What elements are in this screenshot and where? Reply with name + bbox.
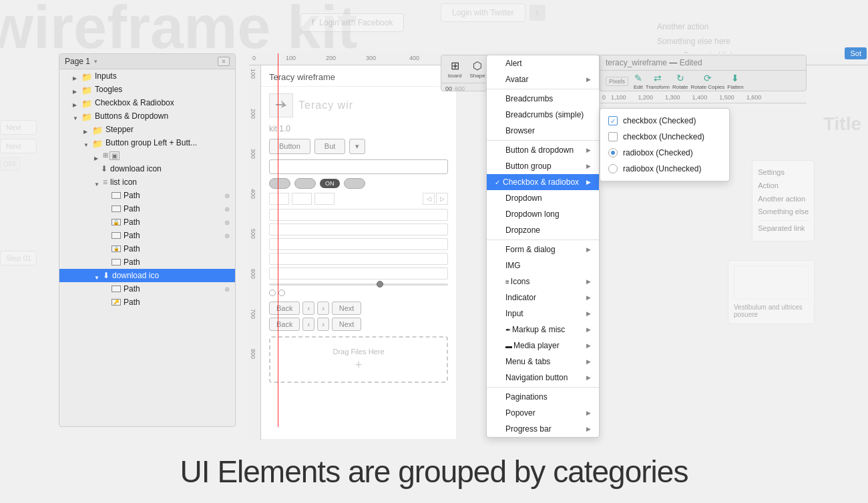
wf-input-line[interactable]	[269, 238, 448, 250]
sidebar-item-stepper[interactable]: 📁 Stepper	[59, 123, 235, 136]
sidebar-item-toggles[interactable]: 📁 Toogles	[59, 83, 235, 96]
wf-toggle-1[interactable]	[269, 178, 290, 189]
menu-arrow-icon: ▶	[586, 310, 591, 317]
wf-button-1[interactable]: Button	[269, 139, 310, 154]
props-flatten[interactable]: ⬇ Flatten	[727, 73, 743, 90]
menu-item-button-group[interactable]: Button group ▶	[487, 158, 599, 174]
menu-item-icons[interactable]: ≡ Icons ▶	[487, 274, 599, 290]
wf-button-2[interactable]: But	[314, 139, 346, 154]
menu-item-media-player[interactable]: ▬ Media player ▶	[487, 338, 599, 354]
menu-arrow-icon: ▶	[586, 426, 591, 432]
menu-form-dialog-label: Form & dialog	[505, 245, 556, 254]
wf-next-arrow-btn-2[interactable]: ›	[317, 318, 329, 331]
sort-button[interactable]: Sot	[845, 47, 867, 59]
wf-slider-thumb[interactable]	[377, 281, 383, 288]
wf-radio[interactable]	[269, 290, 276, 296]
menu-arrow-icon: ▶	[586, 76, 591, 83]
toolbar-shape-btn[interactable]: ⬡ Shape	[467, 58, 487, 80]
sidebar-item-path-7[interactable]: Path ⊕	[59, 282, 235, 296]
menu-item-dropdown-long[interactable]: Dropdown long	[487, 206, 599, 222]
menu-item-nav-button[interactable]: Navigation button ▶	[487, 370, 599, 386]
menu-item-menu-tabs[interactable]: Menu & tabs ▶	[487, 354, 599, 370]
wf-next-arrow-btn[interactable]: ›	[317, 302, 329, 315]
settings-item: Something else	[758, 205, 809, 219]
wf-next-btn-2[interactable]: Next	[332, 318, 362, 331]
path-action-3: ⊕	[224, 219, 230, 226]
wf-input-line[interactable]	[269, 268, 448, 280]
sidebar-item-checkbox[interactable]: 📁 Checkbox & Radiobox	[59, 96, 235, 109]
arrow-svg	[274, 99, 288, 112]
page-dropdown-icon[interactable]: ▾	[94, 58, 97, 65]
wf-next-btn[interactable]: Next	[332, 302, 362, 315]
menu-item-input[interactable]: Input ▶	[487, 306, 599, 322]
menu-item-img[interactable]: IMG	[487, 258, 599, 274]
sidebar-item-path-6[interactable]: Path	[59, 256, 235, 269]
folder-button-group-icon: 📁	[92, 139, 103, 147]
icons-menu-icon: ≡	[505, 278, 509, 286]
sidebar-item-path-4[interactable]: Path ⊕	[59, 229, 235, 242]
sidebar-item-download-icon[interactable]: ⬇ download icon	[59, 162, 235, 175]
wf-prev-btn[interactable]: ‹	[302, 302, 314, 315]
menu-item-breadcrumbs-simple[interactable]: Breadcrumbs (simple)	[487, 107, 599, 123]
path-rect-icon-key: 🔑	[112, 299, 121, 306]
submenu-checkbox-checked[interactable]: checkbox (Checked)	[600, 113, 729, 129]
toolbar-board-btn[interactable]: ⊞ board	[445, 58, 464, 80]
sidebar-item-button-group[interactable]: 📁 Button group Left + Butt...	[59, 136, 235, 149]
wf-dropdown[interactable]: ▾	[349, 139, 365, 154]
menu-item-alert[interactable]: Alert	[487, 55, 599, 71]
menu-item-form-dialog[interactable]: Form & dialog ▶	[487, 241, 599, 258]
wf-input-1[interactable]	[269, 159, 448, 174]
menu-item-button-dropdown[interactable]: Button & dropdown ▶	[487, 142, 599, 158]
sidebar-toggle-btn[interactable]: ≡	[218, 57, 230, 66]
wf-drag-zone[interactable]: Drag Files Here +	[269, 336, 448, 383]
wf-back-btn-2[interactable]: Back	[269, 318, 300, 331]
chevron-toggles	[73, 86, 79, 93]
wf-toggle-3[interactable]	[344, 178, 365, 189]
props-edit[interactable]: ✎ Edit	[634, 73, 643, 90]
unit-selector[interactable]: Pixels	[606, 77, 628, 86]
wf-radio[interactable]	[278, 290, 285, 296]
sidebar-item-buttons[interactable]: 📁 Buttons & Dropdown	[59, 109, 235, 123]
sidebar-item-list-icon[interactable]: ≡ list icon	[59, 175, 235, 189]
wf-input-line[interactable]	[269, 253, 448, 265]
submenu-radio-unchecked[interactable]: radiobox (Unchecked)	[600, 161, 729, 177]
menu-item-progress-bar[interactable]: Progress bar ▶	[487, 421, 599, 437]
wf-slider[interactable]	[269, 284, 448, 286]
menu-item-checkbox-radiobox[interactable]: ✓ Checkbox & radiobox ▶	[487, 174, 599, 190]
wf-prev-btn-2[interactable]: ‹	[302, 318, 314, 331]
menu-item-browser[interactable]: Browser	[487, 123, 599, 139]
menu-item-markup[interactable]: ✒ Markup & misc ▶	[487, 322, 599, 338]
sidebar-item-path-3[interactable]: 🔒 Path ⊕	[59, 215, 235, 229]
menu-dropzone-label: Dropzone	[505, 225, 540, 235]
sidebar-item-path-5[interactable]: 🔒 Path	[59, 242, 235, 256]
menu-item-dropdown[interactable]: Dropdown	[487, 190, 599, 206]
wf-toggle-2[interactable]	[294, 178, 316, 189]
wf-icon-btn[interactable]: ▷	[436, 193, 448, 205]
sidebar-item-path-8[interactable]: 🔑 Path	[59, 296, 235, 309]
grid-icon: ⊞ ▣	[103, 151, 120, 160]
props-rotate[interactable]: ↻ Rotate	[672, 73, 688, 90]
sidebar-item-grid[interactable]: ⊞ ▣	[59, 149, 235, 162]
sidebar-item-download-ico-active[interactable]: ⬇ download ico	[59, 269, 235, 282]
wf-input-line[interactable]	[269, 223, 448, 235]
menu-indicator-label: Indicator	[505, 293, 536, 302]
menu-item-dropzone[interactable]: Dropzone	[487, 222, 599, 238]
props-transform[interactable]: ⇄ Transform	[646, 73, 670, 90]
wf-back-btn[interactable]: Back	[269, 302, 300, 315]
menu-item-avatar[interactable]: Avatar ▶	[487, 71, 599, 87]
submenu-radio-checked[interactable]: radiobox (Checked)	[600, 145, 729, 161]
menu-item-breadcrumbs[interactable]: Breadcrumbs	[487, 91, 599, 107]
menu-item-popover[interactable]: Popover ▶	[487, 405, 599, 421]
sidebar-item-inputs[interactable]: 📁 Inputs	[59, 69, 235, 83]
settings-panel-faded: Settings Action Another action Something…	[752, 160, 815, 241]
sidebar-item-path-2[interactable]: Path ⊕	[59, 202, 235, 215]
ruler-num: 200	[326, 55, 336, 61]
props-rotate-copies[interactable]: ⟳ Rotate Copies	[691, 73, 725, 90]
wf-icon-btn[interactable]: ◁	[423, 193, 435, 205]
submenu-checkbox-unchecked[interactable]: checkbox (Unchecked)	[600, 129, 729, 145]
wf-input-line[interactable]	[269, 209, 448, 221]
menu-item-paginations[interactable]: Paginations	[487, 389, 599, 405]
sidebar-item-path-1[interactable]: Path ⊕	[59, 189, 235, 202]
grid-icon-inner: ⊞	[103, 151, 108, 160]
menu-item-indicator[interactable]: Indicator ▶	[487, 290, 599, 306]
